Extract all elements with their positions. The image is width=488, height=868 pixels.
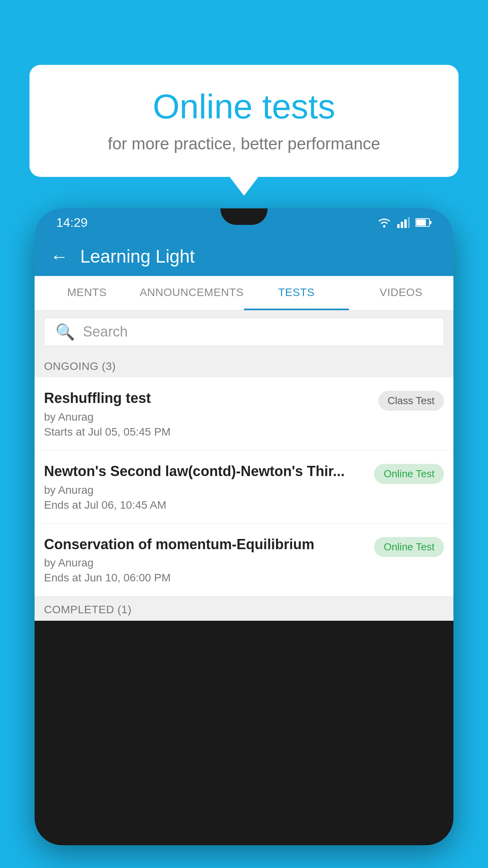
- test-item[interactable]: Conservation of momentum-Equilibrium by …: [35, 524, 453, 597]
- ongoing-section-header: ONGOING (3): [35, 353, 453, 377]
- test-badge-2: Online Test: [374, 464, 444, 484]
- app-title: Learning Light: [80, 246, 195, 267]
- wifi-icon: [377, 217, 392, 228]
- tab-videos[interactable]: VIDEOS: [349, 276, 454, 310]
- speech-bubble: Online tests for more practice, better p…: [29, 65, 459, 177]
- completed-label: COMPLETED (1): [44, 603, 132, 616]
- svg-rect-3: [404, 219, 407, 228]
- battery-icon: [415, 218, 432, 227]
- ongoing-label: ONGOING (3): [44, 360, 116, 372]
- test-info-3: Conservation of momentum-Equilibrium by …: [44, 535, 366, 585]
- test-item[interactable]: Newton's Second law(contd)-Newton's Thir…: [35, 451, 453, 524]
- tabs-bar: MENTS ANNOUNCEMENTS TESTS VIDEOS: [35, 276, 453, 311]
- search-container: 🔍 Search: [35, 311, 453, 353]
- test-item[interactable]: Reshuffling test by Anurag Starts at Jul…: [35, 377, 453, 451]
- svg-rect-7: [430, 221, 431, 224]
- test-info-1: Reshuffling test by Anurag Starts at Jul…: [44, 389, 371, 438]
- status-time: 14:29: [56, 215, 88, 230]
- completed-section-header: COMPLETED (1): [35, 596, 453, 621]
- test-name-1: Reshuffling test: [44, 389, 371, 408]
- test-by-3: by Anurag: [44, 557, 366, 569]
- svg-rect-2: [401, 222, 403, 228]
- test-date-3: Ends at Jun 10, 06:00 PM: [44, 572, 366, 584]
- test-by-1: by Anurag: [44, 411, 371, 423]
- test-name-2: Newton's Second law(contd)-Newton's Thir…: [44, 462, 366, 481]
- test-badge-1: Class Test: [378, 391, 444, 411]
- app-header: ← Learning Light: [35, 237, 453, 276]
- back-button[interactable]: ←: [50, 247, 68, 265]
- notch: [220, 208, 268, 225]
- search-placeholder: Search: [83, 324, 128, 340]
- tab-ments[interactable]: MENTS: [35, 276, 139, 310]
- test-list: Reshuffling test by Anurag Starts at Jul…: [35, 377, 453, 596]
- test-date-1: Starts at Jul 05, 05:45 PM: [44, 426, 371, 438]
- phone-bottom: [35, 621, 453, 644]
- test-name-3: Conservation of momentum-Equilibrium: [44, 535, 366, 554]
- search-bar[interactable]: 🔍 Search: [44, 318, 444, 346]
- svg-rect-4: [408, 217, 410, 228]
- signal-icon: [397, 217, 410, 228]
- svg-rect-1: [397, 224, 400, 228]
- test-badge-3: Online Test: [374, 537, 444, 557]
- svg-rect-6: [416, 219, 426, 226]
- tab-announcements[interactable]: ANNOUNCEMENTS: [139, 276, 244, 310]
- bubble-subtitle: for more practice, better performance: [53, 134, 435, 153]
- status-icons: [377, 217, 432, 228]
- svg-point-0: [383, 225, 385, 228]
- phone-container: 14:29: [35, 208, 453, 868]
- bubble-title: Online tests: [53, 86, 435, 127]
- status-bar: 14:29: [35, 208, 453, 237]
- test-by-2: by Anurag: [44, 484, 366, 497]
- test-date-2: Ends at Jul 06, 10:45 AM: [44, 499, 366, 511]
- search-icon: 🔍: [55, 323, 75, 341]
- test-info-2: Newton's Second law(contd)-Newton's Thir…: [44, 462, 366, 511]
- tab-tests[interactable]: TESTS: [244, 276, 349, 310]
- phone-frame: 14:29: [35, 208, 453, 845]
